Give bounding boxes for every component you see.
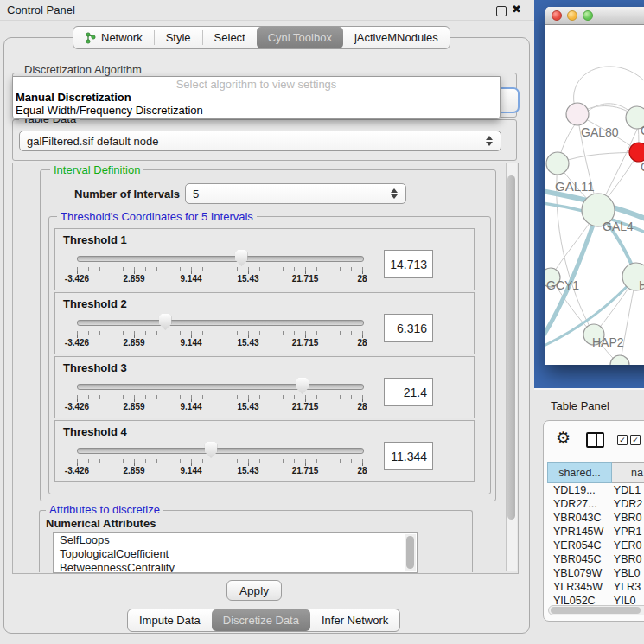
algorithm-popup: Select algorithm to view settings Manual… bbox=[12, 76, 501, 119]
node-label: GAL80 bbox=[581, 125, 619, 139]
table-row[interactable]: YBR043CYBR0 bbox=[547, 511, 644, 525]
slider-track[interactable] bbox=[77, 448, 364, 454]
slider-ticks bbox=[77, 331, 363, 338]
columns-icon[interactable] bbox=[586, 432, 604, 448]
node-label: GAL4 bbox=[603, 220, 634, 233]
top-tabbar: Network Style Select Cyni Toolbox jActiv… bbox=[73, 26, 450, 49]
numerical-attributes-list[interactable]: SelfLoops TopologicalCoefficient Between… bbox=[53, 532, 418, 573]
threshold-3-slider[interactable] bbox=[77, 378, 362, 395]
table-row[interactable]: YBL079WYBL0 bbox=[547, 566, 644, 580]
slider-track[interactable] bbox=[77, 320, 364, 326]
threshold-2-label: Threshold 2 bbox=[63, 297, 127, 310]
slider-ticks bbox=[77, 267, 363, 274]
gear-icon[interactable]: ⚙ bbox=[556, 428, 571, 447]
threshold-2-slider[interactable] bbox=[77, 314, 362, 331]
num-intervals-value: 5 bbox=[193, 188, 199, 201]
node-label: GAL11 bbox=[555, 179, 595, 194]
slider-track[interactable] bbox=[77, 256, 364, 262]
bottom-tabbar: Impute Data Discretize Data Infer Networ… bbox=[127, 609, 400, 632]
thresholds-group-title: Threshold's Coordinates for 5 Intervals bbox=[57, 210, 257, 223]
threshold-4-label: Threshold 4 bbox=[63, 425, 127, 438]
slider-tick-labels: -3.426 2.859 9.144 15.43 21.715 28 bbox=[77, 402, 362, 412]
scrollbar-thumb[interactable] bbox=[406, 536, 414, 569]
popup-option-manual[interactable]: Manual Discretization bbox=[13, 91, 500, 104]
attributes-group-title: Attributes to discretize bbox=[46, 503, 163, 516]
apply-button[interactable]: Apply bbox=[226, 580, 282, 601]
node-gal80[interactable] bbox=[566, 103, 589, 125]
panel-title: Control Panel bbox=[7, 3, 75, 16]
node-selected[interactable] bbox=[629, 143, 644, 162]
threshold-1-slider[interactable] bbox=[77, 250, 362, 267]
list-item[interactable]: TopologicalCoefficient bbox=[54, 547, 417, 561]
slider-thumb[interactable] bbox=[205, 442, 218, 458]
network-window[interactable]: GAL80 GA C GAL11 GAL4 GCY1 H HAP2 bbox=[545, 7, 644, 365]
slider-thumb[interactable] bbox=[296, 378, 309, 394]
scrollbar-thumb[interactable] bbox=[507, 175, 515, 520]
float-window-icon[interactable] bbox=[496, 6, 507, 16]
node-gal11[interactable] bbox=[546, 152, 569, 175]
tab-infer-network[interactable]: Infer Network bbox=[310, 609, 399, 631]
close-icon[interactable]: ✖ bbox=[512, 3, 521, 16]
list-item[interactable]: SelfLoops bbox=[54, 533, 417, 547]
num-intervals-combobox[interactable]: 5 bbox=[185, 183, 406, 204]
threshold-4-value-field[interactable]: 11.344 bbox=[384, 442, 433, 470]
threshold-3-value-field[interactable]: 21.4 bbox=[384, 378, 433, 406]
node-label: H bbox=[639, 278, 644, 292]
table-row[interactable]: YDL19...YDL1 bbox=[547, 483, 644, 497]
column-header-shared-name[interactable]: shared... bbox=[547, 462, 612, 483]
network-window-titlebar[interactable] bbox=[545, 7, 644, 25]
slider-tick-labels: -3.426 2.859 9.144 15.43 21.715 28 bbox=[77, 466, 362, 476]
threshold-4-slider[interactable] bbox=[77, 442, 362, 459]
tab-network[interactable]: Network bbox=[73, 27, 154, 48]
num-intervals-label: Number of Intervals bbox=[74, 188, 180, 201]
tab-discretize-data[interactable]: Discretize Data bbox=[212, 609, 310, 631]
node-label: C bbox=[641, 160, 644, 174]
slider-thumb[interactable] bbox=[235, 250, 248, 266]
table-data-combobox[interactable]: galFiltered.sif default node bbox=[19, 131, 501, 151]
popup-placeholder: Select algorithm to view settings bbox=[13, 77, 500, 91]
table-row[interactable]: YER054CYER0 bbox=[547, 539, 644, 552]
column-header-name[interactable]: na bbox=[612, 462, 644, 483]
node-label: GA bbox=[641, 124, 644, 137]
control-panel-titlebar: Control Panel ✖ bbox=[0, 0, 534, 21]
list-scrollbar[interactable] bbox=[405, 534, 416, 571]
slider-thumb[interactable] bbox=[159, 314, 172, 330]
threshold-3-label: Threshold 3 bbox=[63, 361, 127, 374]
threshold-1-box: Threshold 1 -3.426 2.859 9.144 15.43 21.… bbox=[54, 228, 475, 290]
horizontal-scrollbar[interactable] bbox=[548, 605, 644, 615]
table-panel-box: ⚙ ✓ ✓ shared... na YDL19...YDL1 YDR27...… bbox=[543, 420, 644, 622]
algorithm-group-title: Discretization Algorithm bbox=[21, 63, 145, 76]
threshold-2-value-field[interactable]: 6.316 bbox=[384, 314, 433, 342]
table-row[interactable]: YDR27...YDR2 bbox=[547, 497, 644, 511]
spinner-icon bbox=[486, 136, 493, 146]
scrollbar-thumb[interactable] bbox=[551, 607, 641, 614]
zoom-traffic-light[interactable] bbox=[583, 10, 593, 21]
table-panel-title: Table Panel bbox=[551, 399, 609, 412]
table-data-value: galFiltered.sif default node bbox=[27, 135, 158, 148]
checkbox-icon[interactable]: ✓ bbox=[630, 435, 641, 445]
table-row[interactable]: YBR045CYBR0 bbox=[547, 552, 644, 566]
vertical-scrollbar[interactable] bbox=[506, 163, 517, 571]
threshold-2-box: Threshold 2 -3.426 2.859 9.144 15.43 21.… bbox=[54, 292, 475, 354]
threshold-1-value-field[interactable]: 14.713 bbox=[384, 250, 433, 278]
close-traffic-light[interactable] bbox=[552, 10, 562, 21]
tab-impute-data[interactable]: Impute Data bbox=[128, 609, 212, 631]
slider-tick-labels: -3.426 2.859 9.144 15.43 21.715 28 bbox=[77, 338, 362, 348]
node[interactable] bbox=[610, 355, 629, 365]
tab-style[interactable]: Style bbox=[155, 27, 202, 48]
popup-option-equal-width[interactable]: Equal Width/Frequency Discretization bbox=[13, 104, 500, 117]
tab-select[interactable]: Select bbox=[203, 27, 257, 48]
app-root: Control Panel ✖ Network Style Select Cyn… bbox=[0, 0, 644, 644]
tab-jactivemnodules[interactable]: jActiveMNodules bbox=[343, 27, 450, 48]
checkbox-icon[interactable]: ✓ bbox=[617, 435, 628, 445]
slider-track[interactable] bbox=[77, 384, 364, 390]
table-row[interactable]: YLR345WYLR3 bbox=[547, 580, 644, 594]
tab-network-label: Network bbox=[101, 31, 143, 44]
table-row[interactable]: YPR145WYPR1 bbox=[547, 525, 644, 539]
list-item[interactable]: BetweennessCentrality bbox=[54, 561, 417, 573]
minimize-traffic-light[interactable] bbox=[567, 10, 577, 21]
tab-cyni-toolbox[interactable]: Cyni Toolbox bbox=[257, 27, 343, 48]
network-canvas[interactable]: GAL80 GA C GAL11 GAL4 GCY1 H HAP2 bbox=[545, 25, 644, 365]
threshold-1-label: Threshold 1 bbox=[63, 233, 127, 246]
network-desktop: GAL80 GA C GAL11 GAL4 GCY1 H HAP2 bbox=[534, 0, 644, 388]
